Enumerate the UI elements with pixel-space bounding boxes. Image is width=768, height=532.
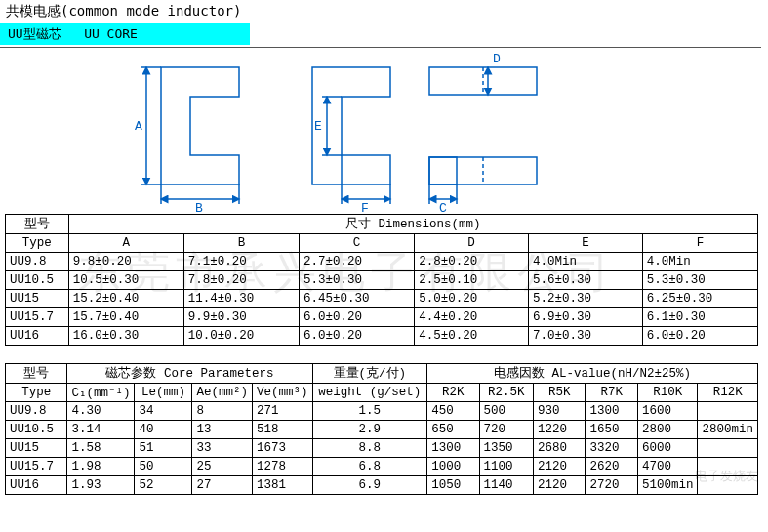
val-cell: [698, 439, 758, 458]
val-cell: 2800: [637, 421, 698, 439]
t2-alcol: R2.5K: [479, 384, 534, 402]
val-cell: 2.9: [312, 421, 427, 439]
t2-head-type-en: Type: [6, 384, 67, 402]
t1-col-B: B: [183, 234, 299, 253]
dim-label-d: D: [493, 52, 501, 66]
val-cell: 6.9±0.30: [528, 308, 642, 327]
val-cell: 4.0Min: [642, 253, 757, 271]
val-cell: 1.58: [67, 439, 135, 458]
subtitle-cn: UU型磁芯: [8, 26, 61, 41]
val-cell: 15.2±0.40: [68, 290, 183, 308]
table-row: UU15.715.7±0.409.9±0.306.0±0.204.4±0.206…: [6, 308, 758, 327]
t2-alcol: R7K: [586, 384, 637, 402]
val-cell: 1650: [586, 421, 637, 439]
type-cell: UU15.7: [6, 458, 67, 476]
title-cn: 共模电感: [6, 3, 61, 19]
t2-head-core: 磁芯参数 Core Parameters: [67, 364, 312, 384]
val-cell: 450: [427, 402, 479, 421]
val-cell: 650: [427, 421, 479, 439]
type-cell: UU16: [6, 327, 69, 346]
type-cell: UU15.7: [6, 308, 69, 327]
table-row: UU9.89.8±0.207.1±0.202.7±0.202.8±0.204.0…: [6, 253, 758, 271]
val-cell: 7.1±0.20: [183, 253, 299, 271]
val-cell: 11.4±0.30: [183, 290, 299, 308]
table-row: UU10.53.1440135182.965072012201650280028…: [6, 421, 758, 439]
val-cell: 51: [135, 439, 192, 458]
val-cell: 930: [534, 402, 586, 421]
type-cell: UU10.5: [6, 421, 67, 439]
table-row: UU9.84.303482711.545050093013001600: [6, 402, 758, 421]
val-cell: 1000: [427, 458, 479, 476]
val-cell: 6000: [637, 439, 698, 458]
val-cell: 6.9: [312, 476, 427, 495]
t2-alcol: R12K: [698, 384, 758, 402]
val-cell: 1350: [479, 439, 534, 458]
type-cell: UU10.5: [6, 271, 69, 290]
t1-col-D: D: [415, 234, 529, 253]
val-cell: 6.1±0.30: [642, 308, 757, 327]
val-cell: 6.0±0.20: [642, 327, 757, 346]
t2-head-wt-cn: 重量(克/付): [312, 364, 427, 384]
val-cell: 1278: [253, 458, 313, 476]
t1-col-E: E: [528, 234, 642, 253]
val-cell: 5.3±0.30: [642, 271, 757, 290]
val-cell: 3.14: [67, 421, 135, 439]
subtitle-en: UU CORE: [84, 26, 138, 41]
val-cell: 4700: [637, 458, 698, 476]
parameters-table: 型号 磁芯参数 Core Parameters 重量(克/付) 电感因数 AL-…: [5, 363, 758, 495]
t2-corecol: C₁(mm⁻¹): [67, 384, 135, 402]
val-cell: 2120: [534, 458, 586, 476]
t2-head-type-cn: 型号: [6, 364, 67, 384]
val-cell: 4.4±0.20: [415, 308, 529, 327]
t1-col-F: F: [642, 234, 757, 253]
table-row: UU10.510.5±0.307.8±0.205.3±0.302.5±0.105…: [6, 271, 758, 290]
table-row: UU15.71.98502512786.81000110021202620470…: [6, 458, 758, 476]
table-row: UU1616.0±0.3010.0±0.206.0±0.204.5±0.207.…: [6, 327, 758, 346]
t2-corecol: Ae(mm²): [192, 384, 253, 402]
dim-label-a: A: [135, 119, 142, 134]
uu-core-svg: A B F E D C: [0, 48, 761, 214]
page-title: 共模电感(common mode inductor): [0, 0, 768, 23]
t2-corecol: Le(mm): [135, 384, 192, 402]
val-cell: 1600: [637, 402, 698, 421]
val-cell: 34: [135, 402, 192, 421]
val-cell: 6.0±0.20: [300, 308, 415, 327]
val-cell: 10.5±0.30: [68, 271, 183, 290]
val-cell: 8.8: [312, 439, 427, 458]
val-cell: 1.98: [67, 458, 135, 476]
t1-head-type-cn: 型号: [6, 215, 69, 234]
val-cell: 1050: [427, 476, 479, 495]
val-cell: 6.45±0.30: [300, 290, 415, 308]
val-cell: 25: [192, 458, 253, 476]
val-cell: 40: [135, 421, 192, 439]
val-cell: 6.25±0.30: [642, 290, 757, 308]
val-cell: 9.8±0.20: [68, 253, 183, 271]
dimensions-table: 型号 尺寸 Dimensions(mm) Type ABCDEF UU9.89.…: [5, 214, 758, 346]
t1-head-dim: 尺寸 Dimensions(mm): [68, 215, 757, 234]
val-cell: 52: [135, 476, 192, 495]
val-cell: 2.8±0.20: [415, 253, 529, 271]
t2-alcol: R2K: [427, 384, 479, 402]
val-cell: 3320: [586, 439, 637, 458]
val-cell: 6.8: [312, 458, 427, 476]
val-cell: 6.0±0.20: [300, 327, 415, 346]
val-cell: 7.8±0.20: [183, 271, 299, 290]
dim-label-e: E: [314, 119, 322, 134]
val-cell: 4.30: [67, 402, 135, 421]
val-cell: 9.9±0.30: [183, 308, 299, 327]
type-cell: UU16: [6, 476, 67, 495]
val-cell: 2.7±0.20: [300, 253, 415, 271]
val-cell: 50: [135, 458, 192, 476]
val-cell: 7.0±0.30: [528, 327, 642, 346]
val-cell: 27: [192, 476, 253, 495]
table-row: UU151.58513316738.813001350268033206000: [6, 439, 758, 458]
val-cell: 1381: [253, 476, 313, 495]
table-row: UU161.93522713816.910501140212027205100m…: [6, 476, 758, 495]
val-cell: 15.7±0.40: [68, 308, 183, 327]
t2-wt-en: weight (g/set): [312, 384, 427, 402]
val-cell: 500: [479, 402, 534, 421]
val-cell: 2800min: [698, 421, 758, 439]
val-cell: 1100: [479, 458, 534, 476]
type-cell: UU9.8: [6, 253, 69, 271]
t1-col-A: A: [68, 234, 183, 253]
